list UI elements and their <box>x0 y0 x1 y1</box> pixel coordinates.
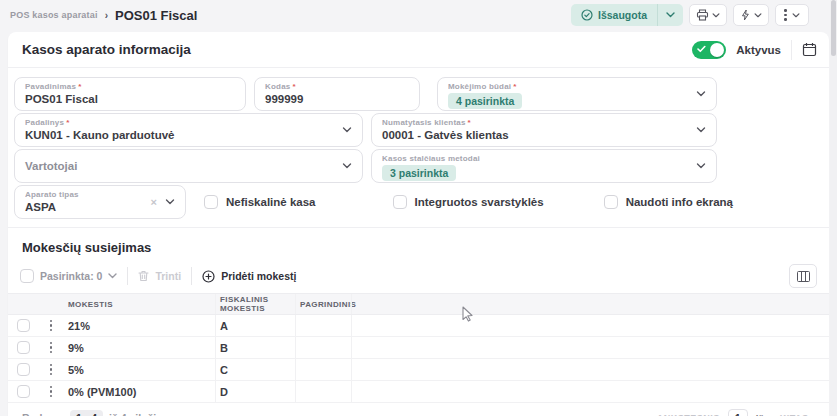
cell-fiskalinis: C <box>215 359 295 380</box>
select-all-control[interactable]: Pasirinkta: 0 <box>20 269 117 283</box>
selected-count-label: Pasirinkta: 0 <box>40 270 102 282</box>
breadcrumb-chevron-icon: › <box>105 10 108 21</box>
calendar-icon[interactable] <box>802 42 817 57</box>
column-header-mokestis[interactable]: Mokestis <box>64 300 215 309</box>
field-pavadinimas[interactable]: Pavadinimas* POS01 Fiscal <box>14 77 246 111</box>
breadcrumb-parent[interactable]: POS kasos aparatai <box>10 10 98 20</box>
checkbox-icon[interactable] <box>393 195 407 209</box>
row-menu-icon[interactable] <box>38 386 64 398</box>
active-toggle[interactable] <box>692 41 726 59</box>
page-of-label: iš 1 <box>756 413 772 416</box>
more-menu-button[interactable] <box>775 4 809 26</box>
chevron-down-icon <box>696 127 706 133</box>
showing-label: Rodoma <box>22 412 64 416</box>
row-range-badge: 1 - 4 <box>70 410 103 416</box>
field-padalinys[interactable]: Padalinys* KUN01 - Kauno parduotuvė <box>14 113 363 147</box>
table-header-row: Mokestis Fiskalinis mokestis Pagrindinis <box>8 293 829 315</box>
trash-icon <box>138 270 149 282</box>
flash-icon <box>740 9 751 21</box>
checkbox-naudoti-info-ekrana[interactable]: Naudoti info ekraną <box>604 185 733 219</box>
row-checkbox[interactable] <box>17 341 30 354</box>
column-settings-button[interactable] <box>789 264 817 288</box>
chevron-down-icon <box>712 13 720 18</box>
chevron-down-icon <box>754 13 762 18</box>
plus-circle-icon <box>202 270 215 283</box>
print-button[interactable] <box>689 4 727 26</box>
checkbox-icon[interactable] <box>204 195 218 209</box>
row-checkbox[interactable] <box>17 363 30 376</box>
field-vartotojai[interactable]: Vartotojai <box>14 149 363 183</box>
delete-button-label: Trinti <box>155 270 181 282</box>
delete-button[interactable]: Trinti <box>138 270 181 282</box>
row-menu-icon[interactable] <box>38 320 64 332</box>
field-kodas[interactable]: Kodas* 999999 <box>254 77 420 111</box>
cell-mokestis: 21% <box>64 320 215 332</box>
field-numatytasis-klientas[interactable]: Numatytasis klientas* 00001 - Gatvės kli… <box>371 113 717 147</box>
chevron-down-icon <box>165 199 175 205</box>
top-bar: POS kasos aparatai › POS01 Fiscal Išsaug… <box>0 0 837 30</box>
row-checkbox[interactable] <box>17 385 30 398</box>
selected-count-badge: 4 pasirinkta <box>448 93 522 109</box>
cell-mokestis: 9% <box>64 342 215 354</box>
field-kasos-stalciaus-metodai[interactable]: Kasos stalčiaus metodai 3 pasirinkta <box>371 149 717 183</box>
required-asterisk: * <box>513 82 516 91</box>
checkbox-icon[interactable] <box>604 195 618 209</box>
chevron-down-icon <box>792 13 800 18</box>
toggle-check-icon <box>697 45 706 53</box>
required-asterisk: * <box>66 118 69 127</box>
column-header-fiskalinis[interactable]: Fiskalinis mokestis <box>215 294 295 314</box>
clear-icon[interactable]: × <box>151 196 157 208</box>
cell-fiskalinis: B <box>215 337 295 358</box>
row-menu-icon[interactable] <box>38 364 64 376</box>
saved-button[interactable]: Išsaugota <box>571 4 657 26</box>
main-card: Kasos aparato informacija Aktyvus Pavadi… <box>8 32 829 416</box>
row-checkbox[interactable] <box>17 319 30 332</box>
table-row[interactable]: 5% C <box>8 359 829 381</box>
field-aparato-tipas[interactable]: Aparato tipas ASPA × <box>14 185 186 219</box>
column-header-pagrindinis[interactable]: Pagrindinis <box>295 294 351 314</box>
checkbox-label: Naudoti info ekraną <box>626 196 733 208</box>
required-asterisk: * <box>468 118 471 127</box>
topbar-actions: Išsaugota <box>571 4 817 26</box>
field-label: Numatytasis klientas <box>382 118 466 127</box>
selected-count-badge: 3 pasirinkta <box>382 165 456 181</box>
actions-button[interactable] <box>733 4 769 26</box>
checkbox-integruotos-svarstykles[interactable]: Integruotos svarstyklės <box>393 185 544 219</box>
add-tax-button[interactable]: Pridėti mokestį <box>202 270 296 283</box>
cell-fiskalinis: D <box>215 381 295 402</box>
chevron-down-icon <box>342 163 352 169</box>
field-label: Kodas <box>265 82 290 91</box>
field-value: POS01 Fiscal <box>25 93 235 105</box>
cell-pagrindinis <box>295 359 351 380</box>
page-number-input[interactable]: 1 <box>728 409 748 416</box>
field-label: Pavadinimas <box>25 82 76 91</box>
field-mokejimo-budai[interactable]: Mokėjimo būdai* 4 pasirinkta <box>437 77 717 111</box>
saved-split-button[interactable]: Išsaugota <box>571 4 683 26</box>
checkbox-nefiskaline-kasa[interactable]: Nefiskalinė kasa <box>204 185 316 219</box>
tax-table: Mokestis Fiskalinis mokestis Pagrindinis… <box>8 293 829 403</box>
table-row[interactable]: 9% B <box>8 337 829 359</box>
field-value: 999999 <box>265 93 409 105</box>
saved-button-label: Išsaugota <box>598 9 647 21</box>
row-menu-icon[interactable] <box>38 342 64 354</box>
checkbox-label: Integruotos svarstyklės <box>415 196 544 208</box>
machine-info-form: Pavadinimas* POS01 Fiscal Kodas* 999999 … <box>8 68 829 219</box>
card-header: Kasos aparato informacija Aktyvus <box>8 32 829 68</box>
field-value: 00001 - Gatvės klientas <box>382 129 706 141</box>
kebab-icon <box>784 9 787 21</box>
breadcrumb-current: POS01 Fiscal <box>115 8 197 23</box>
table-row[interactable]: 0% (PVM100) D <box>8 381 829 403</box>
scrollbar-thumb[interactable] <box>831 0 836 56</box>
select-all-checkbox[interactable] <box>20 269 34 283</box>
saved-caret-button[interactable] <box>657 4 683 26</box>
columns-icon <box>797 271 810 282</box>
checkbox-label: Nefiskalinė kasa <box>226 196 316 208</box>
table-row[interactable]: 21% A <box>8 315 829 337</box>
active-toggle-label: Aktyvus <box>736 44 781 56</box>
chevron-down-icon <box>696 163 706 169</box>
table-footer: Rodoma 1 - 4 iš 4 eilučių ‹ Ankstesnis 1… <box>8 403 829 416</box>
cell-mokestis: 5% <box>64 364 215 376</box>
field-label: Kasos stalčiaus metodai <box>382 154 480 163</box>
scrollbar-track[interactable] <box>830 0 837 416</box>
chevron-down-icon <box>342 127 352 133</box>
